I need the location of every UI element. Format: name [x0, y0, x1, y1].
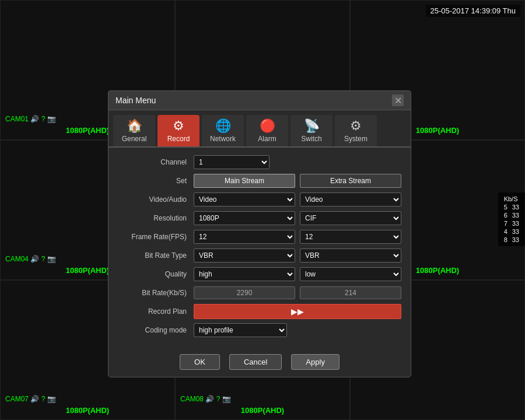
channel-controls: 1 2 3 4	[194, 155, 401, 169]
tab-network-label: Network	[210, 135, 236, 143]
switch-icon: 📡	[304, 118, 320, 134]
camera-label-6: 1080P(AHD)	[416, 266, 459, 275]
quality-main-select[interactable]: high medium low	[194, 267, 295, 281]
coding-mode-select[interactable]: high profile main profile baseline	[194, 323, 287, 337]
tab-bar: 🏠 General ⚙ Record 🌐 Network 🔴 Alarm 📡 S…	[108, 110, 411, 148]
quality-row: Quality high medium low low medium high	[118, 267, 401, 282]
quality-extra-select[interactable]: low medium high	[300, 267, 401, 281]
tab-system[interactable]: ⚙ System	[335, 115, 377, 146]
bit-rate-type-label: Bit Rate Type	[118, 251, 194, 260]
camera-label-1: 1080P(AHD)	[66, 126, 109, 135]
resolution-main-select[interactable]: 1080P 720P D1 CIF	[194, 211, 295, 225]
set-row: Set Main Stream Extra Stream	[118, 173, 401, 188]
dialog-body: Channel 1 2 3 4 Set Main Stream Extra St…	[108, 148, 411, 348]
cam-id-4: CAM04 🔊 ? 📷	[5, 255, 56, 263]
channel-select[interactable]: 1 2 3 4	[194, 155, 270, 169]
kbs-val6: 33	[510, 211, 522, 219]
general-icon: 🏠	[127, 118, 142, 134]
network-icon: 🌐	[215, 118, 231, 134]
camera-label-7: 1080P(AHD)	[66, 406, 109, 415]
video-audio-main-select[interactable]: Video Audio Video/Audio	[194, 192, 295, 206]
tab-switch-label: Switch	[301, 135, 321, 143]
extra-stream-button[interactable]: Extra Stream	[300, 174, 401, 188]
dialog-title: Main Menu	[116, 96, 156, 105]
tab-network[interactable]: 🌐 Network	[202, 115, 244, 146]
kbs-panel: Kb/S 533 633 733 433 833	[498, 192, 525, 246]
coding-mode-label: Coding mode	[118, 326, 194, 334]
kbs-val8: 33	[510, 236, 522, 244]
dialog-title-bar: Main Menu ✕	[108, 91, 411, 110]
resolution-extra-select[interactable]: CIF D1 720P	[300, 211, 401, 225]
kbs-val4: 33	[510, 228, 522, 236]
kbs-val5: 33	[510, 203, 522, 211]
channel-label: Channel	[118, 158, 194, 166]
frame-rate-extra-select[interactable]: 12 15 25	[300, 230, 401, 244]
video-audio-selects: Video Audio Video/Audio Video Audio Vide…	[194, 192, 401, 206]
coding-mode-row: Coding mode high profile main profile ba…	[118, 323, 401, 338]
alarm-icon: 🔴	[260, 118, 275, 134]
kbs-val7: 33	[510, 219, 522, 228]
tab-alarm[interactable]: 🔴 Alarm	[246, 115, 288, 146]
system-icon: ⚙	[350, 118, 362, 134]
quality-label: Quality	[118, 270, 194, 278]
cancel-button[interactable]: Cancel	[229, 354, 282, 370]
tab-record-label: Record	[167, 135, 190, 143]
bitrate-extra-input[interactable]	[300, 286, 401, 299]
tab-system-label: System	[344, 135, 368, 143]
bit-rate-type-extra-select[interactable]: VBR CBR	[300, 249, 401, 262]
resolution-row: Resolution 1080P 720P D1 CIF CIF D1 720P	[118, 211, 401, 226]
cam-id-1: CAM01 🔊 ? 📷	[5, 115, 56, 123]
frame-rate-row: Frame Rate(FPS) 12 15 25 30 12 15 25	[118, 229, 401, 244]
bitrate-label: Bit Rate(Kb/S)	[118, 289, 194, 297]
camera-label-4: 1080P(AHD)	[66, 266, 109, 275]
kbs-ch7: 7	[502, 219, 510, 228]
kbs-ch4: 4	[502, 228, 510, 236]
record-plan-button[interactable]: ▶▶	[194, 304, 401, 319]
kbs-ch5: 5	[502, 203, 510, 211]
frame-rate-selects: 12 15 25 30 12 15 25	[194, 230, 401, 244]
frame-rate-main-select[interactable]: 12 15 25 30	[194, 230, 295, 244]
main-menu-dialog: Main Menu ✕ 🏠 General ⚙ Record 🌐 Network…	[108, 90, 411, 377]
bitrate-inputs	[194, 286, 401, 299]
record-plan-row: Record Plan ▶▶	[118, 304, 401, 319]
bit-rate-type-main-select[interactable]: VBR CBR	[194, 249, 295, 262]
main-stream-button[interactable]: Main Stream	[194, 174, 295, 188]
tab-general[interactable]: 🏠 General	[113, 115, 155, 146]
kbs-ch6: 6	[502, 211, 510, 219]
quality-selects: high medium low low medium high	[194, 267, 401, 281]
channel-row: Channel 1 2 3 4	[118, 155, 401, 170]
cam-id-7: CAM07 🔊 ? 📷	[5, 395, 56, 403]
bit-rate-type-row: Bit Rate Type VBR CBR VBR CBR	[118, 248, 401, 263]
tab-general-label: General	[122, 135, 147, 143]
tab-switch[interactable]: 📡 Switch	[290, 115, 332, 146]
resolution-label: Resolution	[118, 214, 194, 222]
record-plan-controls: ▶▶	[194, 304, 401, 319]
video-audio-extra-select[interactable]: Video Audio Video/Audio	[300, 192, 401, 206]
apply-button[interactable]: Apply	[291, 354, 340, 370]
tab-alarm-label: Alarm	[258, 135, 276, 143]
camera-label-8: 1080P(AHD)	[241, 406, 284, 415]
bitrate-main-input[interactable]	[194, 286, 295, 299]
tab-record[interactable]: ⚙ Record	[158, 115, 200, 146]
camera-label-3: 1080P(AHD)	[416, 126, 459, 135]
video-audio-label: Video/Audio	[118, 195, 194, 204]
dialog-footer: OK Cancel Apply	[108, 348, 411, 377]
stream-controls: Main Stream Extra Stream	[194, 174, 401, 188]
bitrate-row: Bit Rate(Kb/S)	[118, 285, 401, 300]
kbs-ch8: 8	[502, 236, 510, 244]
cam-id-8: CAM08 🔊 ? 📷	[180, 395, 231, 403]
record-icon: ⚙	[173, 118, 184, 134]
set-label: Set	[118, 177, 194, 185]
resolution-selects: 1080P 720P D1 CIF CIF D1 720P	[194, 211, 401, 225]
coding-mode-controls: high profile main profile baseline	[194, 323, 401, 337]
bit-rate-type-selects: VBR CBR VBR CBR	[194, 249, 401, 262]
frame-rate-label: Frame Rate(FPS)	[118, 233, 194, 241]
video-audio-row: Video/Audio Video Audio Video/Audio Vide…	[118, 192, 401, 207]
kbs-header: Kb/S	[502, 195, 522, 203]
ok-button[interactable]: OK	[180, 354, 220, 370]
record-plan-label: Record Plan	[118, 307, 194, 316]
datetime-display: 25-05-2017 14:39:09 Thu	[426, 5, 521, 17]
close-button[interactable]: ✕	[392, 94, 404, 106]
